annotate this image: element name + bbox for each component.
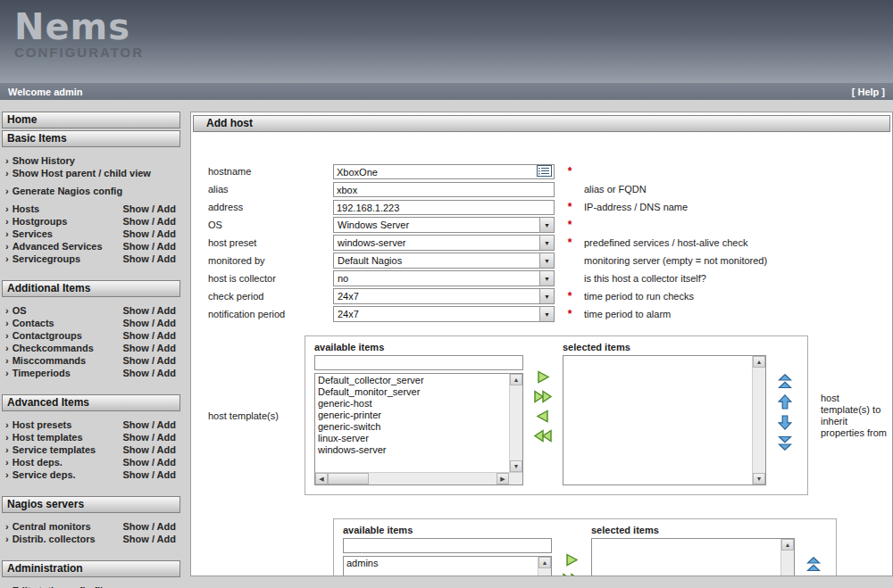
sidebar-item-distrib-collectors[interactable]: › Distrib. collectors Show / Add: [5, 533, 178, 545]
vertical-scrollbar[interactable]: ▲ ▼: [752, 356, 765, 484]
show-add-link[interactable]: Show / Add: [123, 203, 178, 215]
selected-items-listbox[interactable]: ▲ ▼: [591, 538, 795, 576]
scroll-up-icon[interactable]: ▲: [781, 539, 794, 551]
sidebar-item-service-deps[interactable]: › Service deps. Show / Add: [5, 468, 178, 481]
horizontal-scrollbar[interactable]: ◀ ▶: [315, 472, 522, 484]
sidebar-item-show-history[interactable]: › Show History: [5, 154, 178, 167]
list-option[interactable]: windows-server: [315, 444, 509, 456]
scroll-down-icon[interactable]: ▼: [753, 473, 765, 484]
host-lookup-icon[interactable]: [537, 165, 552, 177]
sidebar-header-home[interactable]: Home: [2, 112, 180, 128]
show-add-link[interactable]: Show / Add: [123, 443, 178, 456]
list-option[interactable]: admins: [344, 558, 538, 569]
sidebar-item-os[interactable]: › OS Show / Add: [5, 304, 178, 317]
show-add-link[interactable]: Show / Add: [123, 253, 178, 265]
scroll-up-icon[interactable]: ▲: [538, 557, 551, 568]
sidebar-item-misccommands[interactable]: › Misccommands Show / Add: [5, 354, 178, 367]
move-all-right-button[interactable]: [562, 573, 581, 576]
os-select[interactable]: Windows Server ▼: [333, 217, 555, 233]
move-right-button[interactable]: [563, 553, 580, 567]
scroll-up-icon[interactable]: ▲: [510, 374, 522, 385]
scrollbar-track[interactable]: [781, 551, 794, 576]
sidebar-item-host-presets[interactable]: › Host presets Show / Add: [5, 418, 178, 431]
move-all-right-button[interactable]: [533, 390, 553, 403]
sidebar-item-contacts[interactable]: › Contacts Show / Add: [5, 317, 178, 329]
available-items-listbox[interactable]: admins ▲ ▼ ◀: [343, 556, 552, 576]
notification-period-select[interactable]: 24x7 ▼: [333, 306, 555, 322]
sidebar-item-label: Timeperiods: [13, 367, 123, 379]
vertical-scrollbar[interactable]: ▲ ▼: [780, 539, 794, 576]
address-input[interactable]: [333, 200, 555, 215]
list-option[interactable]: generic-switch: [315, 421, 509, 433]
sidebar-item-checkcommands[interactable]: › Checkcommands Show / Add: [5, 342, 178, 354]
list-option[interactable]: generic-host: [315, 398, 509, 410]
available-items-filter-input[interactable]: [314, 355, 523, 370]
bullet-icon: ›: [5, 185, 9, 197]
show-add-link[interactable]: Show / Add: [123, 342, 178, 354]
sidebar-item-label: Distrib. collectors: [13, 533, 123, 545]
show-add-link[interactable]: Show / Add: [123, 418, 178, 431]
list-option[interactable]: linux-server: [315, 433, 509, 444]
host-preset-select[interactable]: windows-server ▼: [333, 235, 555, 251]
show-add-link[interactable]: Show / Add: [123, 228, 178, 240]
sidebar-item-contactgroups[interactable]: › Contactgroups Show / Add: [5, 329, 178, 342]
sidebar-item-hostgroups[interactable]: › Hostgroups Show / Add: [5, 215, 178, 228]
scrollbar-track[interactable]: [328, 473, 497, 484]
show-add-link[interactable]: Show / Add: [123, 468, 178, 481]
show-add-link[interactable]: Show / Add: [123, 533, 178, 545]
sidebar-item-generate-nagios-config[interactable]: › Generate Nagios config: [5, 185, 178, 197]
sidebar-item-service-templates[interactable]: › Service templates Show / Add: [5, 443, 178, 456]
scroll-left-icon[interactable]: ◀: [315, 473, 328, 484]
host-is-collector-select[interactable]: no ▼: [333, 270, 555, 286]
move-to-top-button[interactable]: [806, 557, 821, 572]
scroll-up-icon[interactable]: ▲: [753, 356, 765, 368]
hostname-input[interactable]: [333, 164, 555, 179]
sidebar-item-central-monitors[interactable]: › Central monitors Show / Add: [5, 520, 178, 533]
show-add-link[interactable]: Show / Add: [123, 431, 178, 443]
scroll-down-icon[interactable]: ▼: [510, 460, 522, 472]
list-option[interactable]: generic-printer: [315, 410, 509, 421]
check-period-select[interactable]: 24x7 ▼: [333, 288, 555, 304]
sidebar-item-host-deps[interactable]: › Host deps. Show / Add: [5, 456, 178, 468]
sidebar-item-edit-static-config-files[interactable]: › Edit static config files: [5, 584, 178, 588]
show-add-link[interactable]: Show / Add: [123, 367, 178, 379]
show-add-link[interactable]: Show / Add: [123, 354, 178, 367]
vertical-scrollbar[interactable]: ▲ ▼: [538, 557, 551, 576]
scrollbar-track[interactable]: [753, 368, 765, 473]
welcome-bar: Welcome admin [ Help ]: [0, 83, 893, 100]
vertical-scrollbar[interactable]: ▲ ▼: [509, 374, 522, 472]
sidebar-item-host-templates[interactable]: › Host templates Show / Add: [5, 431, 178, 443]
sidebar-item-servicegroups[interactable]: › Servicegroups Show / Add: [5, 253, 178, 265]
show-add-link[interactable]: Show / Add: [123, 317, 178, 329]
show-add-link[interactable]: Show / Add: [123, 215, 178, 228]
sidebar-item-advanced-services[interactable]: › Advanced Services Show / Add: [5, 240, 178, 253]
monitored-by-select[interactable]: Default Nagios ▼: [333, 253, 555, 269]
show-add-link[interactable]: Show / Add: [123, 240, 178, 253]
scroll-right-icon[interactable]: ▶: [497, 473, 509, 484]
move-to-bottom-button[interactable]: [778, 435, 792, 451]
show-add-link[interactable]: Show / Add: [123, 520, 178, 533]
move-down-button[interactable]: [778, 415, 792, 430]
scrollbar-thumb[interactable]: [328, 473, 369, 484]
show-add-link[interactable]: Show / Add: [123, 456, 178, 468]
available-items-filter-input[interactable]: [343, 538, 552, 553]
move-all-left-button[interactable]: [533, 429, 553, 443]
list-option[interactable]: Default_collector_server: [315, 375, 509, 386]
available-items-listbox[interactable]: Default_collector_server Default_monitor…: [314, 373, 523, 485]
move-left-button[interactable]: [535, 410, 551, 423]
move-up-button[interactable]: [778, 394, 792, 410]
show-add-link[interactable]: Show / Add: [123, 304, 178, 317]
sidebar-item-services[interactable]: › Services Show / Add: [5, 228, 178, 240]
sidebar-item-show-host-parent-child[interactable]: › Show Host parent / child view: [5, 167, 178, 179]
list-option[interactable]: Default_monitor_server: [315, 386, 509, 398]
scrollbar-track[interactable]: [510, 385, 522, 460]
move-right-button[interactable]: [535, 370, 551, 384]
sidebar-item-timeperiods[interactable]: › Timeperiods Show / Add: [5, 367, 178, 379]
selected-items-listbox[interactable]: ▲ ▼: [563, 355, 766, 485]
help-link[interactable]: [ Help ]: [852, 87, 885, 97]
sidebar-item-hosts[interactable]: › Hosts Show / Add: [5, 203, 178, 215]
alias-input[interactable]: [333, 182, 555, 197]
move-to-top-button[interactable]: [778, 374, 792, 389]
show-add-link[interactable]: Show / Add: [123, 329, 178, 342]
scrollbar-track[interactable]: [538, 568, 551, 576]
